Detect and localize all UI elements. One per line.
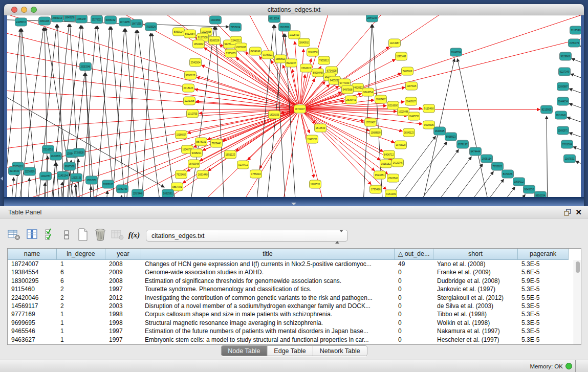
table-cell[interactable]: Changes of HCN gene expression and I(f) …: [141, 260, 395, 268]
table-cell[interactable]: Genome-wide association studies in ADHD.: [141, 268, 395, 276]
table-cell[interactable]: 2: [57, 285, 105, 293]
table-row[interactable]: 946554611997Estimation of the future num…: [8, 327, 581, 335]
table-cell[interactable]: 5.3E-5: [518, 310, 569, 318]
table-cell[interactable]: Embryonic stem cells: a model to study s…: [141, 336, 395, 344]
table-selector-dropdown[interactable]: citations_edges.txt: [146, 230, 348, 242]
splitter-handle[interactable]: [291, 203, 296, 205]
table-row[interactable]: 969969511998Structural magnetic resonanc…: [8, 319, 581, 327]
window-titlebar[interactable]: citations_edges.txt: [4, 4, 584, 15]
table-cell[interactable]: Estimation of the future numbers of pati…: [141, 327, 395, 335]
network-window[interactable]: citations_edges.txt 18724007896012489129…: [4, 4, 584, 206]
table-cell[interactable]: Stergiakouli et al. (2012): [433, 294, 518, 302]
table-cell[interactable]: 5.3E-5: [518, 336, 569, 344]
function-builder-icon[interactable]: f(x): [127, 228, 141, 242]
table-cell[interactable]: 2003: [105, 302, 141, 310]
table-cell[interactable]: Estimation of significance thresholds fo…: [141, 277, 395, 285]
table-cell[interactable]: 1: [57, 319, 105, 327]
table-mode-icon[interactable]: [7, 228, 21, 242]
table-cell[interactable]: 5.3E-5: [518, 285, 569, 293]
table-cell[interactable]: 6: [57, 277, 105, 285]
table-row[interactable]: 1830029562008Estimation of significance …: [8, 277, 581, 285]
delete-table-icon[interactable]: [93, 228, 107, 242]
table-cell[interactable]: 5.3E-5: [518, 327, 569, 335]
table-cell[interactable]: 6: [57, 268, 105, 276]
table-cell[interactable]: 5.5E-5: [518, 294, 569, 302]
table-row[interactable]: 1938455462009Genome-wide association stu…: [8, 268, 581, 276]
float-panel-icon[interactable]: [564, 209, 571, 216]
table-cell[interactable]: 9463627: [8, 336, 57, 344]
table-cell[interactable]: 9115460: [8, 285, 57, 293]
column-header[interactable]: in_degree: [57, 249, 105, 260]
table-cell[interactable]: 1998: [105, 310, 141, 318]
table-cell[interactable]: 1: [57, 336, 105, 344]
collapse-panel-arrow-icon[interactable]: [1, 177, 3, 181]
table-cell[interactable]: 9465546: [8, 327, 57, 335]
table-cell[interactable]: 5.6E-5: [518, 268, 569, 276]
table-cell[interactable]: 2: [57, 302, 105, 310]
column-header[interactable]: year: [105, 249, 141, 260]
table-cell[interactable]: Franke et al. (2009): [433, 268, 518, 276]
table-cell[interactable]: 0: [395, 336, 433, 344]
table-cell[interactable]: 14569117: [8, 302, 57, 310]
table-cell[interactable]: 5.3E-5: [518, 302, 569, 310]
table-cell[interactable]: 18300295: [8, 277, 57, 285]
table-row[interactable]: 946362711997Embryonic stem cells: a mode…: [8, 336, 581, 344]
table-cell[interactable]: 0: [395, 277, 433, 285]
table-cell[interactable]: 9777169: [8, 310, 57, 318]
table-cell[interactable]: 1997: [105, 285, 141, 293]
column-header[interactable]: pagerank: [518, 249, 569, 260]
table-cell[interactable]: 0: [395, 302, 433, 310]
table-cell[interactable]: Hescheler et al. (1997): [433, 336, 518, 344]
column-header[interactable]: △ out_de...: [395, 249, 433, 260]
table-cell[interactable]: 0: [395, 327, 433, 335]
column-header[interactable]: short: [433, 249, 518, 260]
table-cell[interactable]: 2: [57, 294, 105, 302]
table-cell[interactable]: 0: [395, 294, 433, 302]
table-scrollbar[interactable]: [574, 260, 581, 344]
table-cell[interactable]: 49: [395, 260, 433, 268]
table-cell[interactable]: 0: [395, 268, 433, 276]
table-row[interactable]: 911546021997Tourette syndrome. Phenomeno…: [8, 285, 581, 293]
table-cell[interactable]: Wolkin et al. (1998): [433, 319, 518, 327]
table-cell[interactable]: Jankovic et al. (1997): [433, 285, 518, 293]
close-panel-icon[interactable]: ✕: [575, 208, 582, 217]
table-cell[interactable]: Tourette syndrome. Phenomenology and cla…: [141, 285, 395, 293]
table-cell[interactable]: 0: [395, 285, 433, 293]
table-row[interactable]: 2242004622012Investigating the contribut…: [8, 294, 581, 302]
table-cell[interactable]: 1: [57, 327, 105, 335]
table-cell[interactable]: 2008: [105, 260, 141, 268]
node-table[interactable]: namein_degreeyeartitle△ out_de...shortpa…: [7, 248, 581, 345]
table-cell[interactable]: 5.3E-5: [518, 319, 569, 327]
citation-graph[interactable]: 1872400789601248912954122260589127508165…: [7, 15, 581, 197]
column-header[interactable]: title: [141, 249, 395, 260]
tab-edge-table[interactable]: Edge Table: [267, 346, 313, 356]
table-cell[interactable]: 9699695: [8, 319, 57, 327]
table-cell[interactable]: 1997: [105, 327, 141, 335]
network-canvas[interactable]: 1872400789601248912954122260589127508165…: [7, 15, 581, 197]
table-cell[interactable]: Nakamura et al. (1997): [433, 327, 518, 335]
tab-network-table[interactable]: Network Table: [313, 346, 367, 356]
table-cell[interactable]: Corpus callosum shape and size in male p…: [141, 310, 395, 318]
scrollbar-thumb[interactable]: [576, 261, 580, 273]
table-cell[interactable]: 22420046: [8, 294, 57, 302]
table-cell[interactable]: 1: [57, 260, 105, 268]
new-table-icon[interactable]: [76, 228, 90, 242]
table-cell[interactable]: 2008: [105, 277, 141, 285]
table-cell[interactable]: Dudbridge et al. (2008): [433, 277, 518, 285]
table-cell[interactable]: Investigating the contribution of common…: [141, 294, 395, 302]
table-cell[interactable]: 1: [57, 310, 105, 318]
table-cell[interactable]: 2009: [105, 268, 141, 276]
table-cell[interactable]: Structural magnetic resonance image aver…: [141, 319, 395, 327]
table-cell[interactable]: 1997: [105, 336, 141, 344]
table-cell[interactable]: 2012: [105, 294, 141, 302]
show-column-icon[interactable]: [26, 228, 40, 242]
tab-node-table[interactable]: Node Table: [221, 346, 267, 356]
table-cell[interactable]: 0: [395, 319, 433, 327]
table-row[interactable]: 977716911998Corpus callosum shape and si…: [8, 310, 581, 318]
table-cell[interactable]: Tibbo et al. (1998): [433, 310, 518, 318]
table-cell[interactable]: 18724007: [8, 260, 57, 268]
table-cell[interactable]: 19384554: [8, 268, 57, 276]
table-cell[interactable]: de Silva et al. (2003): [433, 302, 518, 310]
table-row[interactable]: 1456911722003Disruption of a novel membe…: [8, 302, 581, 310]
selection-mode-icon[interactable]: [43, 228, 57, 242]
